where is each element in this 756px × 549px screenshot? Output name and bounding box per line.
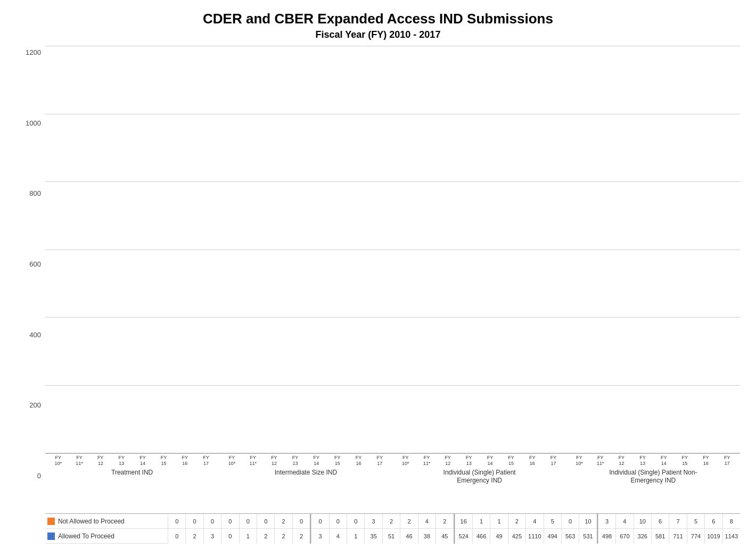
y-axis-label: 600 (16, 260, 45, 268)
table-cell-not-allowed: 1 (490, 514, 507, 529)
y-axis-label: 0 (16, 472, 45, 480)
table-cell-allowed: 466 (472, 529, 490, 544)
table-cell-allowed: 2 (274, 529, 292, 544)
table-cell-not-allowed: 4 (615, 514, 633, 529)
table-cell-allowed: 49 (490, 529, 507, 544)
table-cell-allowed: 1110 (525, 529, 543, 544)
x-group-label: Treatment IND (111, 469, 153, 477)
x-group: FY 10*FY 11*FY 12FY 13FY 14FY 15FY 16FY … (221, 454, 390, 512)
table-cell-not-allowed: 2 (400, 514, 417, 529)
x-year-label: FY 17 (369, 454, 390, 467)
x-year-label: FY 14 (133, 454, 153, 467)
table-labels: Not Allowed to ProceedAllowed To Proceed (45, 514, 168, 544)
table-cell-allowed: 2 (292, 529, 310, 544)
x-years: FY 10*FY 11*FY 12FY 13FY 14FY 15FY 16FY … (396, 454, 564, 467)
table-cell-allowed: 1 (347, 529, 364, 544)
x-year-label: FY 16 (348, 454, 369, 467)
table-cell-not-allowed: 10 (579, 514, 596, 529)
table-cell-allowed: 774 (687, 529, 704, 544)
table-cell-not-allowed: 5 (544, 514, 561, 529)
x-group: FY 10*FY 11*FY 12FY 13FY 14FY 15FY 16FY … (47, 454, 217, 512)
table-cell-not-allowed: 2 (508, 514, 525, 529)
table-cell-allowed: 425 (508, 529, 525, 544)
table-cell-not-allowed: 2 (382, 514, 400, 529)
table-cell-not-allowed: 0 (168, 514, 185, 529)
x-year-label: FY 12 (90, 454, 111, 467)
table-cell-not-allowed: 0 (185, 514, 203, 529)
table-label-allowed: Allowed To Proceed (45, 529, 168, 544)
table-cell-allowed: 35 (364, 529, 382, 544)
x-year-label: FY 17 (543, 454, 564, 467)
x-year-label: FY 15 (501, 454, 522, 467)
table-cell-not-allowed: 10 (634, 514, 651, 529)
x-separator (564, 454, 569, 512)
table-cell-not-allowed: 0 (239, 514, 257, 529)
table-cell-not-allowed: 3 (364, 514, 382, 529)
x-year-label: FY 10* (48, 454, 69, 467)
x-year-label: FY 15 (675, 454, 695, 467)
x-year-label: FY 16 (522, 454, 543, 467)
table-cell-allowed: 326 (634, 529, 651, 544)
table-cell-not-allowed: 0 (203, 514, 221, 529)
table-cell-not-allowed: 0 (311, 514, 328, 529)
table-cell-not-allowed: 16 (455, 514, 472, 529)
table-values: 0000002002301222000322423413551463845161… (168, 514, 740, 544)
bars-row (45, 46, 740, 453)
x-year-label: FY 12 (611, 454, 632, 467)
chart-subtitle: Fiscal Year (FY) 2010 - 2017 (16, 29, 740, 40)
x-year-label: FY 11* (416, 454, 437, 467)
y-axis-label: 200 (16, 401, 45, 409)
x-labels-area: FY 10*FY 11*FY 12FY 13FY 14FY 15FY 16FY … (45, 454, 740, 512)
x-year-label: FY 16 (175, 454, 195, 467)
table-cell-not-allowed: 1 (472, 514, 490, 529)
table-cell-allowed: 51 (382, 529, 400, 544)
table-cell-allowed: 0 (221, 529, 239, 544)
x-separator (217, 454, 221, 512)
table-cell-not-allowed: 2 (435, 514, 453, 529)
chart-title: CDER and CBER Expanded Access IND Submis… (16, 11, 740, 27)
table-cell-allowed: 1019 (704, 529, 722, 544)
y-axis-label: 1200 (16, 48, 45, 56)
table-cell-not-allowed: 0 (561, 514, 579, 529)
table-cell-allowed: 3 (311, 529, 328, 544)
table-cell-not-allowed: 5 (687, 514, 704, 529)
x-separator (391, 454, 395, 512)
chart-container: CDER and CBER Expanded Access IND Submis… (0, 0, 756, 549)
table-cell-allowed: 581 (651, 529, 669, 544)
x-year-label: FY 15 (327, 454, 348, 467)
table-cell-not-allowed: 0 (257, 514, 274, 529)
x-year-label: FY 11* (243, 454, 264, 467)
x-group-label: Intermediate Size IND (275, 469, 337, 477)
table-cell-allowed: 711 (669, 529, 686, 544)
y-axis-label: 400 (16, 331, 45, 339)
x-year-label: FY 15 (153, 454, 174, 467)
table-cell-allowed: 531 (579, 529, 596, 544)
table-cell-allowed: 2 (185, 529, 203, 544)
table-cell-not-allowed: 0 (347, 514, 364, 529)
table-cell-not-allowed: 6 (704, 514, 722, 529)
table-cell-not-allowed: 0 (292, 514, 310, 529)
table-label-not-allowed: Not Allowed to Proceed (45, 514, 168, 529)
x-year-label: FY 12 (264, 454, 285, 467)
table-group: 34106756849867032658171177410191143 (598, 514, 740, 544)
x-year-label: FY 11* (69, 454, 90, 467)
legend-label-allowed: Allowed To Proceed (58, 533, 114, 540)
table-cell-allowed: 38 (418, 529, 435, 544)
x-year-label: FY 11* (590, 454, 611, 467)
table-cell-not-allowed: 7 (669, 514, 686, 529)
table-cell-allowed: 1143 (722, 529, 740, 544)
x-years: FY 10*FY 11*FY 12FY 13FY 14FY 15FY 16FY … (569, 454, 737, 467)
table-group: 1611245010524466494251110494563531 (455, 514, 597, 544)
table-cell-not-allowed: 0 (221, 514, 239, 529)
x-year-label: FY 13 (285, 454, 306, 467)
legend-box-allowed (47, 533, 55, 540)
legend-label-not-allowed: Not Allowed to Proceed (58, 518, 125, 525)
x-year-label: FY 10* (396, 454, 416, 467)
x-group: FY 10*FY 11*FY 12FY 13FY 14FY 15FY 16FY … (569, 454, 738, 512)
x-year-label: FY 14 (653, 454, 674, 467)
x-year-label: FY 12 (438, 454, 458, 467)
x-year-label: FY 17 (196, 454, 217, 467)
table-cell-allowed: 46 (400, 529, 417, 544)
bars-and-grid (45, 46, 740, 454)
table-cell-allowed: 0 (168, 529, 185, 544)
